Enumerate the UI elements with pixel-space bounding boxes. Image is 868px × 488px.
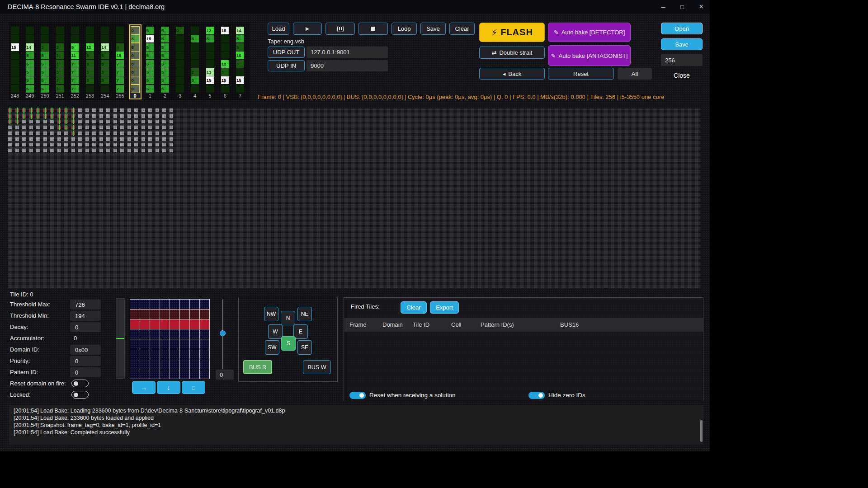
tile-cell[interactable] [85, 108, 89, 112]
tile-cell[interactable] [148, 114, 152, 118]
chart-cell[interactable]: 5 [161, 43, 169, 51]
tile-cell[interactable] [99, 143, 103, 146]
tile-cell-fired[interactable] [43, 108, 47, 112]
chart-cell[interactable]: 15 [11, 43, 19, 51]
chart-cell[interactable]: 9 [71, 43, 79, 51]
tile-map[interactable] [8, 108, 701, 288]
tile-cell[interactable] [92, 137, 96, 141]
chart-cell[interactable]: 5 [41, 52, 49, 59]
pattern-cell[interactable] [190, 319, 199, 329]
direction-ne-button[interactable]: NE [297, 307, 312, 321]
chart-cell[interactable]: 5 [161, 76, 169, 84]
chart-cell[interactable] [176, 35, 184, 42]
tile-cell[interactable] [85, 149, 89, 152]
direction-se-button[interactable]: SE [297, 340, 312, 355]
chart-cell[interactable]: 5 [26, 68, 34, 76]
close-icon[interactable]: × [694, 1, 708, 12]
tile-cell[interactable] [78, 143, 82, 146]
direction-n-button[interactable]: N [281, 311, 295, 325]
pause-button[interactable] [326, 23, 355, 35]
tile-cell[interactable] [99, 108, 103, 112]
chart-cell[interactable]: 3 [101, 68, 109, 76]
tile-cell[interactable] [113, 120, 117, 123]
loop-button[interactable]: Loop [392, 23, 417, 35]
tile-cell[interactable] [120, 143, 124, 146]
tile-cell[interactable] [170, 149, 173, 152]
tile-cell[interactable] [127, 143, 131, 146]
tile-cell[interactable] [43, 120, 47, 123]
chart-cell[interactable]: 5 [146, 85, 154, 93]
tape-save-button[interactable]: Save [420, 23, 446, 35]
pattern-cell[interactable] [130, 329, 140, 339]
inspector-field-input[interactable]: 0x00 [70, 345, 101, 355]
tile-cell-fired[interactable] [57, 120, 61, 123]
pattern-cell[interactable] [140, 319, 150, 329]
tile-cell[interactable] [22, 143, 26, 146]
chart-cell[interactable] [116, 27, 124, 34]
chart-cell[interactable] [71, 35, 79, 42]
fired-export-button[interactable]: Export [430, 301, 459, 314]
chart-cell[interactable]: 5 [146, 27, 154, 34]
tile-cell[interactable] [148, 126, 152, 129]
tile-cell[interactable] [71, 149, 75, 152]
tile-cell[interactable] [142, 149, 145, 152]
tile-cell[interactable] [22, 126, 26, 129]
chart-cell[interactable]: 5 [146, 60, 154, 68]
tile-cell-fired[interactable] [71, 114, 75, 118]
pattern-cell[interactable] [140, 329, 150, 339]
tile-cell[interactable] [113, 114, 117, 118]
chart-cell[interactable]: 3 [56, 68, 64, 76]
pattern-cell[interactable] [170, 359, 179, 369]
pattern-cell[interactable] [200, 369, 209, 379]
pattern-slider-knob[interactable] [220, 330, 226, 336]
direction-s-button[interactable]: S [281, 336, 296, 351]
tile-cell-fired[interactable] [64, 108, 68, 112]
pattern-cell[interactable] [180, 329, 189, 339]
chart-cell[interactable]: 5 [26, 85, 34, 93]
inspector-field-input[interactable]: 194 [70, 311, 101, 321]
tile-cell[interactable] [127, 131, 131, 135]
chart-cell[interactable] [236, 68, 244, 76]
pattern-cell[interactable] [130, 369, 140, 379]
chart-cell[interactable]: 5 [146, 68, 154, 76]
load-button[interactable]: Load [268, 23, 289, 35]
tile-cell[interactable] [99, 126, 103, 129]
pattern-cell[interactable] [160, 329, 170, 339]
tile-cell[interactable] [92, 131, 96, 135]
chart-cell[interactable]: 5 [26, 76, 34, 84]
pattern-cell[interactable] [150, 349, 160, 359]
chart-cell[interactable] [176, 76, 184, 84]
tile-cell[interactable] [85, 114, 89, 118]
chart-cell[interactable]: 3 [101, 60, 109, 68]
inspector-toggle[interactable] [71, 380, 89, 387]
tile-cell[interactable] [162, 120, 166, 123]
tile-cell[interactable] [120, 131, 124, 135]
tile-cell[interactable] [156, 108, 159, 112]
tile-cell[interactable] [43, 126, 47, 129]
tile-cell[interactable] [36, 120, 40, 123]
chart-cell[interactable]: 5 [191, 35, 199, 42]
chart-cell[interactable] [26, 35, 34, 42]
tile-cell[interactable] [127, 108, 131, 112]
chart-cell[interactable]: 7 [71, 85, 79, 93]
tile-cell[interactable] [15, 149, 19, 152]
chart-cell[interactable] [191, 52, 199, 59]
tile-cell-fired[interactable] [71, 108, 75, 112]
chart-cell[interactable]: 3 [56, 76, 64, 84]
chart-cell[interactable]: 5 [161, 35, 169, 42]
pattern-cell[interactable] [150, 319, 160, 329]
tile-cell[interactable] [64, 131, 68, 135]
pattern-cell[interactable] [150, 329, 160, 339]
tile-cell[interactable] [22, 149, 26, 152]
pattern-cell[interactable] [200, 359, 209, 369]
tile-cell[interactable] [78, 120, 82, 123]
chart-cell[interactable] [176, 68, 184, 76]
tile-cell[interactable] [22, 137, 26, 141]
pattern-cell[interactable] [190, 329, 199, 339]
auto-bake-detector-button[interactable]: ✎ Auto bake [DETECTOR] [548, 23, 631, 42]
tile-cell[interactable] [36, 126, 40, 129]
tile-cell[interactable] [50, 120, 54, 123]
chart-cell[interactable] [176, 43, 184, 51]
tile-cell[interactable] [156, 114, 159, 118]
tile-cell[interactable] [71, 143, 75, 146]
